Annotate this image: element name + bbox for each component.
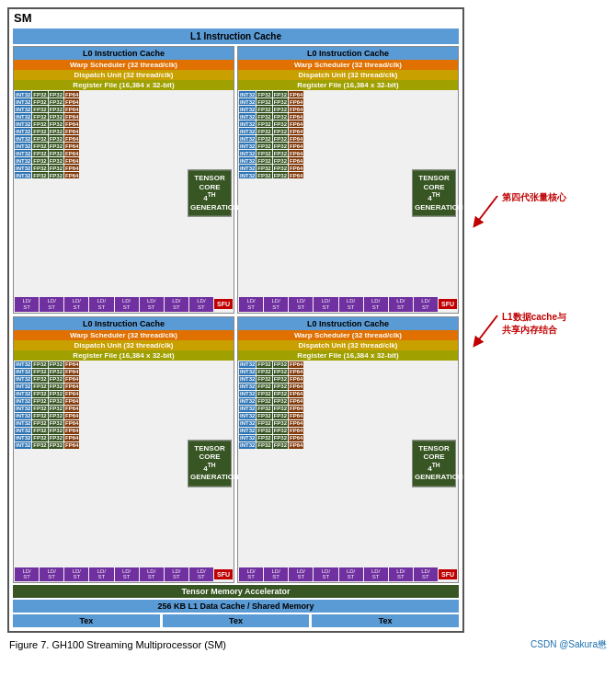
top-quadrants-row: L0 Instruction Cache Warp Scheduler (32 …: [13, 46, 459, 314]
q3-compute-area: INT32FP32FP32FP64 INT32FP32FP32FP64 INT3…: [14, 361, 234, 567]
q2-register-file: Register File (16,384 x 32-bit): [238, 80, 458, 90]
q4-warp-scheduler: Warp Scheduler (32 thread/clk): [238, 330, 458, 340]
tex-2: Tex: [163, 614, 310, 627]
q4-sfu-row: LD/ST LD/ST LD/ST LD/ST LD/ST LD/ST LD/S…: [238, 567, 458, 582]
q2-warp-scheduler: Warp Scheduler (32 thread/clk): [238, 60, 458, 70]
q1-tensor-core: TENSOR CORE4THGENERATION: [188, 170, 232, 217]
q4-register-file: Register File (16,384 x 32-bit): [238, 350, 458, 361]
q2-dispatch-unit: Dispatch Unit (32 thread/clk): [238, 70, 458, 80]
q2-sfu: SFU: [439, 299, 457, 309]
annotation-l1-cache: L1数据cache与 共享内存结合: [472, 311, 611, 348]
arrow-icon-2: [472, 311, 499, 348]
q1-l0-cache: L0 Instruction Cache: [14, 47, 234, 60]
figure-source: CSDN @Sakura懋: [530, 638, 607, 651]
q4-l0-cache: L0 Instruction Cache: [238, 317, 458, 330]
bottom-quadrants-row: L0 Instruction Cache Warp Scheduler (32 …: [13, 316, 459, 584]
figure-caption-text: Figure 7. GH100 Streaming Multiprocessor…: [9, 639, 226, 650]
quadrant-4: L0 Instruction Cache Warp Scheduler (32 …: [237, 316, 459, 584]
q3-l0-cache: L0 Instruction Cache: [14, 317, 234, 330]
quadrants-container: L0 Instruction Cache Warp Scheduler (32 …: [9, 46, 462, 583]
q4-compute-area: INT32FP32FP32FP64 INT32FP32FP32FP64 INT3…: [238, 361, 458, 567]
annotation-tensor-core: 第四代张量核心: [472, 191, 611, 228]
sm-diagram: SM L1 Instruction Cache L0 Instruction C…: [7, 7, 464, 633]
q2-sfu-row: LD/ST LD/ST LD/ST LD/ST LD/ST LD/ST LD/S…: [238, 296, 458, 312]
svg-line-1: [476, 315, 497, 343]
quadrant-3: L0 Instruction Cache Warp Scheduler (32 …: [13, 316, 234, 584]
figure-caption: Figure 7. GH100 Streaming Multiprocessor…: [0, 636, 616, 654]
annotation-tensor-core-text: 第四代张量核心: [502, 191, 566, 204]
q1-register-file: Register File (16,384 x 32-bit): [14, 80, 234, 90]
page-container: SM L1 Instruction Cache L0 Instruction C…: [0, 0, 616, 699]
q2-tensor-core: TENSOR CORE4THGENERATION: [412, 170, 456, 217]
q1-dispatch-unit: Dispatch Unit (32 thread/clk): [14, 70, 234, 80]
svg-line-0: [476, 196, 497, 223]
l1-data-cache: 256 KB L1 Data Cache / Shared Memory: [13, 600, 459, 613]
annotation-l1-cache-text: L1数据cache与 共享内存结合: [502, 311, 566, 337]
annotations-panel: 第四代张量核心 L1数据cache与 共享内存结合: [464, 7, 611, 633]
tex-3: Tex: [312, 614, 459, 627]
quadrant-2: L0 Instruction Cache Warp Scheduler (32 …: [237, 46, 459, 314]
tensor-memory-accelerator: Tensor Memory Accelerator: [13, 585, 459, 598]
arrow-icon-1: [472, 191, 499, 228]
q3-tensor-core: TENSOR CORE4THGENERATION: [188, 440, 232, 487]
q1-compute-area: INT32FP32FP32FP64 INT32FP32FP32FP64 INT3…: [14, 90, 234, 296]
quadrant-1: L0 Instruction Cache Warp Scheduler (32 …: [13, 46, 234, 314]
q4-sfu: SFU: [439, 569, 457, 579]
q4-dispatch-unit: Dispatch Unit (32 thread/clk): [238, 340, 458, 350]
q2-l0-cache: L0 Instruction Cache: [238, 47, 458, 60]
q4-tensor-core: TENSOR CORE4THGENERATION: [412, 440, 456, 487]
q3-register-file: Register File (16,384 x 32-bit): [14, 350, 234, 361]
q3-warp-scheduler: Warp Scheduler (32 thread/clk): [14, 330, 234, 340]
q2-compute-area: INT32FP32FP32FP64 INT32FP32FP32FP64 INT3…: [238, 90, 458, 296]
q3-sfu-row: LD/ST LD/ST LD/ST LD/ST LD/ST LD/ST LD/S…: [14, 567, 234, 582]
tex-1: Tex: [13, 614, 160, 627]
q1-sfu-row: LD/ST LD/ST LD/ST LD/ST LD/ST LD/ST LD/S…: [14, 296, 234, 312]
q3-dispatch-unit: Dispatch Unit (32 thread/clk): [14, 340, 234, 350]
tex-row: Tex Tex Tex: [13, 614, 459, 627]
q1-warp-scheduler: Warp Scheduler (32 thread/clk): [14, 60, 234, 70]
q1-sfu: SFU: [214, 299, 233, 309]
q3-sfu: SFU: [214, 569, 233, 579]
l1-instruction-cache: L1 Instruction Cache: [13, 29, 459, 44]
sm-title: SM: [9, 9, 462, 27]
